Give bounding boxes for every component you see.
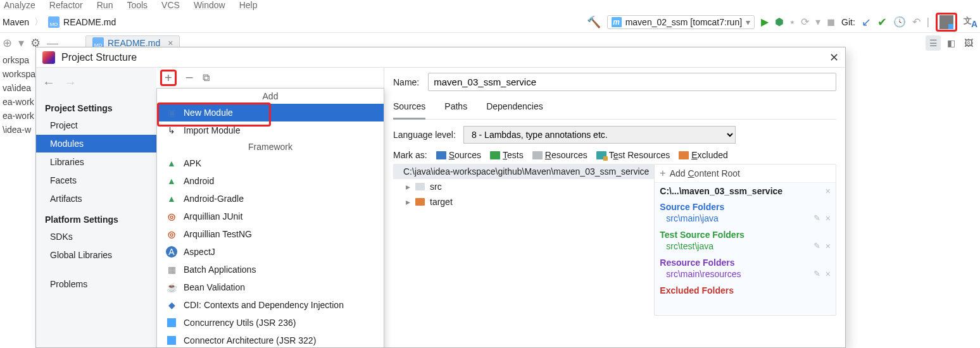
popup-item-android-gradle[interactable]: ▲Android-Gradle bbox=[157, 190, 384, 208]
language-level-select[interactable]: 8 - Lambdas, type annotations etc. bbox=[463, 126, 736, 144]
tree-node-label: target bbox=[430, 197, 453, 207]
tree-fragment: ea-work bbox=[0, 109, 35, 123]
view-editor-icon[interactable]: ☰ bbox=[926, 35, 941, 51]
popup-item-android[interactable]: ▲Android bbox=[157, 172, 384, 190]
source-folder-item[interactable]: src\main\java ✎× bbox=[655, 212, 836, 227]
git-history-icon[interactable]: 🕓 bbox=[893, 16, 906, 28]
git-rollback-icon[interactable]: ↶ bbox=[912, 16, 920, 28]
sidebar-item-global-libraries[interactable]: Global Libraries bbox=[36, 246, 156, 264]
profile-dropdown-icon[interactable]: ▾ bbox=[815, 16, 820, 28]
add-config-icon[interactable]: ⊕ bbox=[3, 36, 12, 50]
remove-icon[interactable]: × bbox=[826, 213, 831, 223]
test-source-folder-item[interactable]: src\test\java ✎× bbox=[655, 240, 836, 255]
profile-icon[interactable]: ⟳ bbox=[801, 16, 809, 28]
mark-sources-button[interactable]: SSourcesources bbox=[436, 150, 481, 160]
menu-window[interactable]: Window bbox=[194, 0, 225, 11]
translate-icon[interactable]: 文A bbox=[964, 15, 977, 29]
expand-icon[interactable]: ▸ bbox=[406, 182, 410, 192]
popup-item-aspectj[interactable]: AAspectJ bbox=[157, 243, 384, 261]
menu-run[interactable]: Run bbox=[97, 0, 113, 11]
breadcrumb-file[interactable]: MD README.md bbox=[48, 16, 116, 28]
navigation-bar: Maven 〉 MD README.md 🔨 m maven_02_ssm [t… bbox=[0, 11, 980, 33]
tree-fragment: va\idea bbox=[0, 81, 35, 95]
mark-test-resources-button[interactable]: Test Resources bbox=[596, 150, 670, 160]
popup-item-import-module[interactable]: ↳ Import Module bbox=[157, 121, 384, 139]
popup-item-arquillian-testng[interactable]: ◎Arquillian TestNG bbox=[157, 225, 384, 243]
menu-analyze[interactable]: Analyze bbox=[4, 0, 35, 11]
add-content-root-button[interactable]: + Add Content Root bbox=[655, 165, 836, 183]
tab-paths[interactable]: Paths bbox=[444, 97, 467, 119]
tab-dependencies[interactable]: Dependencies bbox=[486, 97, 543, 119]
content-root-path: C:\java\idea-workspace\github\Maven\mave… bbox=[403, 166, 649, 177]
close-icon[interactable]: ✕ bbox=[829, 51, 839, 65]
expand-icon[interactable]: ▸ bbox=[406, 197, 410, 207]
back-icon[interactable]: ← bbox=[42, 75, 55, 90]
popup-item-concurrency[interactable]: Concurrency Utils (JSR 236) bbox=[157, 314, 384, 332]
tree-node-src[interactable]: ▸ src bbox=[393, 179, 654, 194]
framework-icon bbox=[166, 335, 177, 346]
run-config-selector[interactable]: m maven_02_ssm [tomcat7:run] ▾ bbox=[607, 15, 755, 29]
tab-sources[interactable]: Sources bbox=[393, 97, 425, 120]
view-preview-icon[interactable]: 🖼 bbox=[961, 35, 976, 51]
menu-vcs[interactable]: VCS bbox=[161, 0, 180, 11]
popup-item-bean-validation[interactable]: ☕Bean Validation bbox=[157, 278, 384, 296]
coverage-icon[interactable]: ⭑ bbox=[790, 16, 795, 28]
run-icon[interactable]: ▶ bbox=[761, 16, 769, 28]
forward-icon[interactable]: → bbox=[64, 75, 77, 90]
tree-fragment: \idea-w bbox=[0, 123, 35, 137]
edit-icon[interactable]: ✎ bbox=[814, 269, 820, 279]
popup-item-cdi[interactable]: ◆CDI: Contexts and Dependency Injection bbox=[157, 296, 384, 314]
mark-tests-button[interactable]: Tests bbox=[490, 150, 524, 160]
git-commit-icon[interactable]: ✔ bbox=[877, 15, 887, 29]
remove-module-button[interactable]: − bbox=[185, 70, 194, 86]
android-icon: ▲ bbox=[166, 158, 177, 169]
remove-root-icon[interactable]: × bbox=[826, 186, 831, 196]
popup-item-new-module[interactable]: ▣ New Module bbox=[157, 104, 384, 121]
git-update-icon[interactable]: ↙ bbox=[862, 15, 871, 29]
folder-path: src\test\java bbox=[666, 241, 713, 251]
sidebar-item-modules[interactable]: Modules bbox=[36, 135, 156, 152]
popup-item-arquillian-junit[interactable]: ◎Arquillian JUnit bbox=[157, 208, 384, 225]
mark-excluded-button[interactable]: Excluded bbox=[679, 150, 728, 160]
sidebar-item-project[interactable]: Project bbox=[36, 116, 156, 134]
sidebar-item-artifacts[interactable]: Artifacts bbox=[36, 190, 156, 208]
view-split-icon[interactable]: ◧ bbox=[943, 35, 958, 51]
edit-icon[interactable]: ✎ bbox=[814, 241, 820, 251]
popup-item-apk[interactable]: ▲APK bbox=[157, 154, 384, 172]
popup-item-label: Arquillian JUnit bbox=[184, 211, 242, 221]
sidebar-item-problems[interactable]: Problems bbox=[36, 275, 156, 293]
view-mode-toggles: ☰ ◧ 🖼 bbox=[926, 35, 976, 51]
content-root-item[interactable]: C:\...\maven_03_ssm_service × bbox=[655, 183, 836, 199]
arquillian-icon: ◎ bbox=[166, 228, 177, 240]
project-structure-icon[interactable] bbox=[939, 15, 953, 29]
remove-icon[interactable]: × bbox=[826, 241, 831, 251]
menu-help[interactable]: Help bbox=[239, 0, 258, 11]
stop-icon[interactable]: ◼ bbox=[827, 16, 835, 28]
remove-icon[interactable]: × bbox=[826, 269, 831, 279]
module-tabs: Sources Paths Dependencies bbox=[393, 97, 836, 120]
copy-module-button[interactable]: ⧉ bbox=[203, 72, 210, 84]
menu-tools[interactable]: Tools bbox=[127, 0, 148, 11]
expand-icon[interactable]: ▾ bbox=[18, 36, 24, 50]
sidebar-item-libraries[interactable]: Libraries bbox=[36, 153, 156, 171]
project-structure-dialog: Project Structure ✕ ← → Project Settings… bbox=[35, 47, 846, 348]
resource-folder-item[interactable]: src\main\resources ✎× bbox=[655, 268, 836, 283]
content-root-node[interactable]: C:\java\idea-workspace\github\Maven\mave… bbox=[393, 164, 654, 179]
popup-item-batch[interactable]: ▦Batch Applications bbox=[157, 261, 384, 278]
module-name-input[interactable] bbox=[428, 73, 836, 91]
edit-icon[interactable]: ✎ bbox=[814, 213, 820, 223]
sidebar-item-facets[interactable]: Facets bbox=[36, 171, 156, 189]
breadcrumb[interactable]: Maven 〉 MD README.md bbox=[3, 16, 587, 28]
tree-node-label: src bbox=[430, 182, 442, 192]
debug-icon[interactable]: ⬢ bbox=[775, 16, 784, 28]
tree-node-target[interactable]: ▸ target bbox=[393, 194, 654, 209]
folder-icon: ▣ bbox=[166, 107, 177, 118]
project-tree-partial: orkspa workspace va\idea ea-work ea-work… bbox=[0, 53, 35, 137]
build-icon[interactable]: 🔨 bbox=[587, 15, 601, 29]
sidebar-item-sdks[interactable]: SDKs bbox=[36, 228, 156, 245]
add-module-button[interactable]: + bbox=[160, 70, 177, 86]
popup-item-connector[interactable]: Connector Architecture (JSR 322) bbox=[157, 332, 384, 347]
breadcrumb-project[interactable]: Maven bbox=[3, 17, 29, 27]
menu-refactor[interactable]: Refactor bbox=[49, 0, 83, 11]
mark-resources-button[interactable]: Resources bbox=[532, 150, 587, 160]
